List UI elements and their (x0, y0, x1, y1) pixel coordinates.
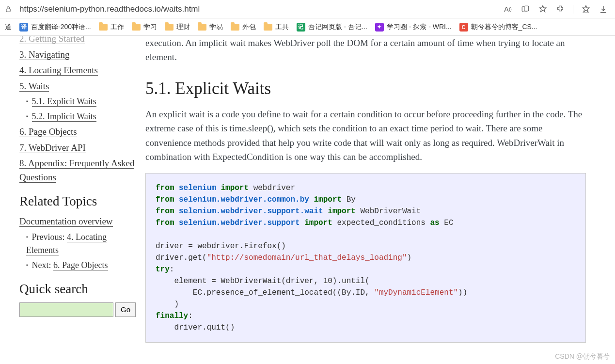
bookmark-icon: ✦ (375, 23, 384, 32)
svg-rect-2 (524, 6, 529, 11)
nav-list: 2. Getting Started 3. Navigating 4. Loca… (19, 36, 136, 184)
folder-icon (198, 24, 206, 31)
nav-link-webdriver-api[interactable]: 7. WebDriver API (19, 142, 86, 153)
bookmark-label: 理财 (176, 23, 190, 32)
favorites-icon[interactable] (581, 4, 591, 14)
page-body: 2. Getting Started 3. Navigating 4. Loca… (0, 36, 615, 364)
bookmark-label: 学习 (143, 23, 157, 32)
nav-link-waits[interactable]: 5. Waits (19, 81, 49, 92)
bookmark-icon: 记 (297, 23, 305, 32)
bookmark-item[interactable]: C朝兮暮兮的博客_CS... (457, 21, 540, 33)
folder-icon (132, 24, 141, 31)
section-heading-explicit-waits: 5.1. Explicit Waits (145, 79, 586, 98)
nav-link-getting-started[interactable]: 2. Getting Started (19, 36, 85, 44)
go-button[interactable]: Go (115, 302, 136, 317)
doc-overview-link[interactable]: Documentation overview (19, 216, 113, 227)
bookmark-label: 道 (5, 23, 12, 32)
nav-link-navigating[interactable]: 3. Navigating (19, 49, 69, 60)
nav-link-implicit-waits[interactable]: 5.2. Implicit Waits (32, 111, 96, 122)
svg-rect-0 (6, 9, 10, 12)
code-block: from selenium import webdriver from sele… (145, 173, 586, 343)
section-paragraph: An explicit wait is a code you define to… (145, 107, 586, 164)
search-input[interactable] (19, 302, 113, 317)
search-row: Go (19, 302, 136, 317)
separator (573, 5, 573, 14)
main-content: execution. An implicit wait makes WebDri… (145, 36, 615, 364)
nav-link-locating[interactable]: 4. Locating Elements (19, 65, 98, 76)
quick-search-heading: Quick search (19, 282, 136, 297)
nav-sublist: 5.1. Explicit Waits 5.2. Implicit Waits (26, 95, 136, 123)
translate-icon[interactable] (520, 4, 530, 14)
bookmark-folder[interactable]: 外包 (228, 21, 259, 33)
folder-icon (165, 24, 173, 31)
intro-paragraph: execution. An implicit wait makes WebDri… (145, 36, 586, 64)
url-input[interactable] (16, 2, 499, 16)
bookmark-folder[interactable]: 工作 (96, 21, 127, 33)
next-label: Next: (32, 260, 54, 270)
lock-icon (5, 6, 12, 13)
bookmark-label: 吾记网页版 - 吾记... (308, 23, 367, 32)
bookmark-label: 朝兮暮兮的博客_CS... (471, 23, 537, 32)
nav-link-page-objects[interactable]: 6. Page Objects (19, 127, 77, 137)
download-icon[interactable] (599, 4, 608, 14)
bookmarks-bar: 道 译百度翻译-200种语... 工作 学习 理财 学易 外包 工具 记吾记网页… (0, 18, 615, 36)
bookmark-folder[interactable]: 工具 (261, 21, 292, 33)
browser-actions: A)) (503, 4, 610, 14)
prev-label: Previous: (32, 232, 67, 242)
sidebar: 2. Getting Started 3. Navigating 4. Loca… (0, 36, 145, 364)
folder-icon (231, 24, 239, 31)
bookmark-item[interactable]: ✦学习圈 - 探索 - WRI... (372, 21, 455, 33)
favorite-add-icon[interactable] (538, 4, 548, 14)
bookmark-item[interactable]: 记吾记网页版 - 吾记... (294, 21, 370, 33)
next-link[interactable]: 6. Page Objects (53, 260, 108, 270)
bookmark-label: 工具 (275, 23, 289, 32)
read-aloud-icon[interactable]: A)) (503, 4, 513, 14)
nav-link-appendix[interactable]: 8. Appendix: Frequently Asked Questions (19, 158, 134, 183)
bookmark-label: 百度翻译-200种语... (31, 23, 91, 32)
extension-icon[interactable] (555, 4, 565, 14)
bookmark-folder[interactable]: 学习 (129, 21, 160, 33)
nav-link-explicit-waits[interactable]: 5.1. Explicit Waits (32, 96, 96, 107)
watermark: CSDN @朝兮暮兮 (555, 352, 610, 361)
bookmark-item[interactable]: 译百度翻译-200种语... (16, 21, 94, 33)
bookmark-item[interactable]: 道 (2, 21, 15, 33)
bookmark-label: 学易 (209, 23, 223, 32)
folder-icon (99, 24, 108, 31)
bookmark-icon: C (459, 23, 468, 32)
bookmark-label: 学习圈 - 探索 - WRI... (387, 23, 452, 32)
bookmark-icon: 译 (19, 23, 28, 32)
folder-icon (264, 24, 272, 31)
bookmark-label: 工作 (110, 23, 124, 32)
bookmark-folder[interactable]: 学易 (195, 21, 226, 33)
related-topics-heading: Related Topics (19, 194, 136, 209)
browser-address-bar: A)) (0, 0, 615, 18)
bookmark-folder[interactable]: 理财 (162, 21, 193, 33)
bookmark-label: 外包 (242, 23, 256, 32)
